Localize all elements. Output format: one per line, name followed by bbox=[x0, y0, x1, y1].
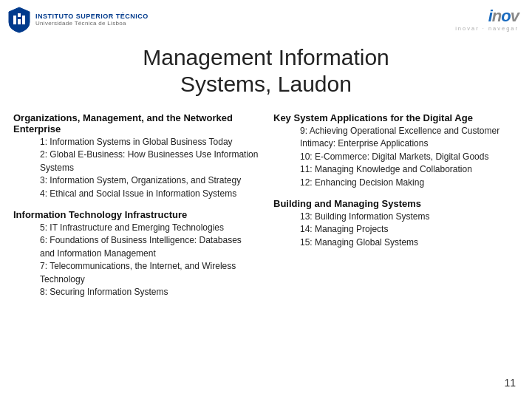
page-number: 11 bbox=[504, 377, 516, 389]
ist-shield-icon bbox=[7, 6, 31, 34]
section2-items: 5: IT Infrastructure and Emerging Techno… bbox=[13, 222, 259, 299]
institution-name2: Universidade Técnica de Lisboa bbox=[35, 21, 149, 27]
section4: Building and Managing Systems 13: Buildi… bbox=[273, 198, 519, 249]
list-item: 12: Enhancing Decision Making bbox=[300, 177, 519, 189]
section3-title: Key System Applications for the Digital … bbox=[273, 112, 519, 123]
list-item: 14: Managing Projects bbox=[300, 223, 519, 236]
list-item: 8: Securing Information Systems bbox=[40, 286, 259, 299]
header: INSTITUTO SUPERIOR TÉCNICO Universidade … bbox=[0, 0, 532, 37]
list-item: 11: Managing Knowledge and Collaboration bbox=[300, 163, 519, 176]
title-line1: Management Information bbox=[143, 45, 389, 69]
content-area: Organizations, Management, and the Netwo… bbox=[0, 112, 532, 299]
section4-items: 13: Building Information Systems 14: Man… bbox=[273, 211, 519, 249]
list-item: 10: E-Commerce: Digital Markets, Digital… bbox=[300, 151, 519, 163]
list-item: 13: Building Information Systems bbox=[300, 211, 519, 223]
list-item: 3: Information System, Organizations, an… bbox=[40, 174, 259, 187]
section1-items: 1: Information Systems in Global Busines… bbox=[13, 136, 259, 200]
inov-logo-text: inov bbox=[488, 8, 519, 24]
slide-title: Management Information Systems, Laudon bbox=[0, 44, 532, 98]
section2: Information Technology Infrastructure 5:… bbox=[13, 209, 259, 299]
svg-rect-0 bbox=[13, 16, 16, 24]
list-item: 2: Global E-Business: How Businesses Use… bbox=[40, 149, 259, 174]
list-item: 1: Information Systems in Global Busines… bbox=[40, 136, 259, 149]
title-line2: Systems, Laudon bbox=[180, 72, 352, 96]
section4-title: Building and Managing Systems bbox=[273, 198, 519, 209]
right-column: Key System Applications for the Digital … bbox=[273, 112, 519, 299]
list-item: 9: Achieving Operational Excellence and … bbox=[300, 125, 519, 151]
list-item: 6: Foundations of Business Intelligence:… bbox=[40, 234, 259, 260]
inov-tagline: inovar · navegar bbox=[455, 25, 519, 32]
ist-logo: INSTITUTO SUPERIOR TÉCNICO Universidade … bbox=[7, 6, 149, 34]
section3-items: 9: Achieving Operational Excellence and … bbox=[273, 125, 519, 189]
ist-text: INSTITUTO SUPERIOR TÉCNICO Universidade … bbox=[35, 13, 149, 27]
inov-logo-wrapper: inov inovar · navegar bbox=[455, 8, 519, 32]
svg-rect-1 bbox=[18, 13, 21, 17]
svg-rect-2 bbox=[18, 19, 21, 24]
section2-title: Information Technology Infrastructure bbox=[13, 209, 259, 220]
svg-rect-3 bbox=[22, 16, 25, 24]
list-item: 4: Ethical and Social Issue in Informati… bbox=[40, 188, 259, 200]
section1-title: Organizations, Management, and the Netwo… bbox=[13, 112, 259, 134]
left-column: Organizations, Management, and the Netwo… bbox=[13, 112, 259, 299]
list-item: 5: IT Infrastructure and Emerging Techno… bbox=[40, 222, 259, 234]
list-item: 7: Telecommunications, the Internet, and… bbox=[40, 260, 259, 286]
list-item: 15: Managing Global Systems bbox=[300, 236, 519, 249]
